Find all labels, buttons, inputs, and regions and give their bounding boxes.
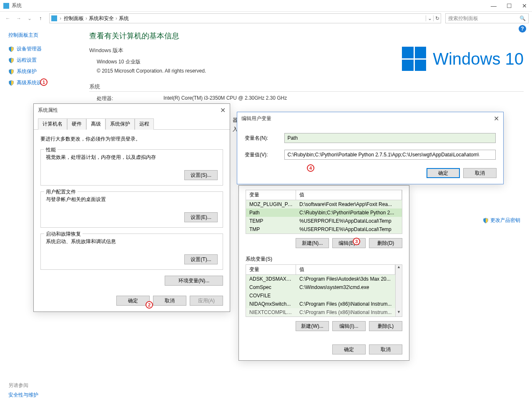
bc-item[interactable]: 控制面板 (64, 15, 84, 22)
sidebar-item-protection[interactable]: 系统保护 (8, 68, 74, 75)
ok-button[interactable]: 确定 (427, 168, 460, 178)
perf-settings-button[interactable]: 设置(S)... (184, 170, 218, 180)
close-icon[interactable]: ✕ (220, 106, 226, 114)
bc-sep: › (85, 15, 87, 21)
delete-user-var-button[interactable]: 删除(D) (369, 238, 402, 248)
cancel-button[interactable]: 取消 (369, 344, 402, 354)
bc-item[interactable]: 系统和安全 (89, 15, 114, 22)
sidebar: 控制面板主页 设备管理器 远程设置 系统保护 高级系统设置 (0, 25, 79, 102)
edit-variable-dialog: 编辑用户变量 ✕ 变量名(N): 变量值(V): 确定 取消 (237, 112, 504, 184)
search-input[interactable]: 搜索控制面板 🔍 (445, 13, 529, 23)
shield-icon (8, 69, 14, 75)
section-system: 系统 (89, 83, 524, 92)
table-row[interactable]: NIDAQmxSwitch...C:\Program Files (x86)\N… (246, 300, 395, 308)
edit-sys-var-button[interactable]: 编辑(I)... (332, 321, 366, 331)
cpu-value: Intel(R) Core(TM) i3-2350M CPU @ 2.30GHz… (163, 95, 287, 102)
tab-computer-name[interactable]: 计算机名 (38, 118, 67, 130)
cancel-button[interactable]: 取消 (153, 296, 186, 306)
edit-user-var-button[interactable]: 编辑(E)... (332, 238, 366, 248)
maximize-button[interactable]: ☐ (507, 3, 512, 9)
back-button[interactable]: ← (3, 14, 13, 23)
windows-logo: Windows 10 (402, 47, 524, 71)
perf-desc: 视觉效果，处理器计划，内存使用，以及虚拟内存 (46, 154, 218, 161)
new-sys-var-button[interactable]: 新建(W)... (296, 321, 329, 331)
shield-icon (483, 218, 489, 224)
profile-settings-button[interactable]: 设置(E)... (184, 212, 218, 222)
location-icon (50, 14, 59, 23)
change-product-key-link[interactable]: 更改产品密钥 (483, 217, 520, 224)
scrollbar[interactable]: ▲▼ (395, 265, 402, 317)
annotation-3: 3 (353, 238, 360, 245)
refresh-button[interactable]: ↻ (433, 15, 441, 21)
varname-label: 变量名(N): (245, 135, 276, 142)
address-dropdown[interactable]: ⌄ (426, 15, 433, 21)
col-var[interactable]: 变量 (246, 265, 296, 274)
sidebar-item-device-manager[interactable]: 设备管理器 (8, 45, 74, 53)
dialog-title: 系统属性 (38, 107, 58, 114)
breadcrumb-bar[interactable]: › 控制面板 › 系统和安全 › 系统 ⌄ ↻ (49, 13, 441, 23)
tab-remote[interactable]: 远程 (135, 118, 154, 130)
history-dropdown[interactable]: ⌄ (25, 14, 34, 23)
varvalue-label: 变量值(V): (245, 151, 276, 158)
table-row[interactable]: NIEXTCCOMPILE...C:\Program Files (x86)\N… (246, 308, 395, 317)
table-row[interactable]: PathC:\Ruby\bin;C:\Python\Portable Pytho… (246, 209, 402, 217)
group-label: 性能 (44, 146, 58, 153)
varname-input[interactable] (284, 133, 496, 143)
shield-icon (8, 58, 14, 63)
group-startup: 启动和故障恢复 系统启动、系统故障和调试信息 设置(T)... (40, 234, 223, 270)
annotation-2: 2 (146, 301, 153, 309)
window-title: 系统 (12, 2, 491, 9)
profile-desc: 与登录帐户相关的桌面设置 (46, 196, 218, 203)
col-var[interactable]: 变量 (246, 190, 296, 200)
bc-item[interactable]: 系统 (119, 15, 129, 22)
tab-hardware[interactable]: 硬件 (67, 118, 86, 130)
table-row[interactable]: ADSK_3DSMAX_x...C:\Program Files\Autodes… (246, 275, 395, 283)
content-area: ? 查看有关计算机的基本信息 Windows 版本 Windows 10 企业版… (79, 25, 532, 102)
annotation-1: 1 (40, 78, 48, 86)
ok-button[interactable]: 确定 (116, 296, 150, 306)
col-val[interactable]: 值 (296, 190, 402, 200)
delete-sys-var-button[interactable]: 删除(L) (369, 321, 402, 331)
dialog-tabs: 计算机名 硬件 高级 系统保护 远程 (34, 118, 230, 130)
table-row[interactable]: TEMP%USERPROFILE%\AppData\Local\Temp (246, 217, 402, 225)
window-titlebar: 系统 — ☐ ✕ (0, 0, 532, 12)
close-icon[interactable]: ✕ (494, 115, 499, 123)
shield-icon (8, 46, 14, 52)
bc-sep: › (115, 15, 117, 21)
window-icon (3, 3, 9, 9)
tab-advanced[interactable]: 高级 (86, 118, 105, 130)
dialog-title: 编辑用户变量 (241, 115, 271, 122)
table-row[interactable]: ComSpecC:\Windows\system32\cmd.exe (246, 283, 395, 291)
sidebar-item-remote[interactable]: 远程设置 (8, 57, 74, 64)
startup-settings-button[interactable]: 设置(T)... (184, 254, 218, 264)
help-icon[interactable]: ? (519, 25, 526, 33)
startup-desc: 系统启动、系统故障和调试信息 (46, 238, 218, 245)
minimize-button[interactable]: — (491, 3, 497, 9)
table-row[interactable]: TMP%USERPROFILE%\AppData\Local\Temp (246, 225, 402, 234)
table-row[interactable]: MOZ_PLUGIN_PA...D:\software\Foxit Reader… (246, 200, 402, 209)
new-user-var-button[interactable]: 新建(N)... (296, 238, 329, 248)
cancel-button[interactable]: 取消 (463, 168, 497, 178)
see-also-heading: 另请参阅 (8, 382, 38, 389)
page-title: 查看有关计算机的基本信息 (89, 31, 524, 41)
search-icon: 🔍 (519, 15, 526, 21)
col-val[interactable]: 值 (296, 265, 395, 274)
system-properties-dialog: 系统属性 ✕ 计算机名 硬件 高级 系统保护 远程 要进行大多数更改，你必须作为… (33, 103, 230, 312)
apply-button: 应用(A) (190, 296, 223, 306)
sidebar-home-link[interactable]: 控制面板主页 (8, 32, 74, 39)
forward-button[interactable]: → (14, 14, 23, 23)
admin-note: 要进行大多数更改，你必须作为管理员登录。 (40, 136, 223, 143)
env-vars-button[interactable]: 环境变量(N)... (165, 276, 223, 286)
ok-button[interactable]: 确定 (332, 344, 366, 354)
env-vars-dialog: 变量 值 MOZ_PLUGIN_PA...D:\software\Foxit R… (238, 185, 409, 361)
group-label: 用户配置文件 (44, 188, 78, 196)
varvalue-input[interactable] (284, 150, 496, 160)
up-button[interactable]: ↑ (36, 14, 45, 23)
close-button[interactable]: ✕ (522, 3, 527, 9)
see-also-link[interactable]: 安全性与维护 (8, 392, 38, 398)
system-vars-label: 系统变量(S) (246, 256, 402, 263)
tab-protection[interactable]: 系统保护 (105, 118, 135, 130)
user-vars-table: 变量 值 MOZ_PLUGIN_PA...D:\software\Foxit R… (246, 190, 402, 234)
system-vars-table: 变量 值 ADSK_3DSMAX_x...C:\Program Files\Au… (246, 264, 402, 317)
table-row[interactable]: COVFILE (246, 291, 395, 300)
